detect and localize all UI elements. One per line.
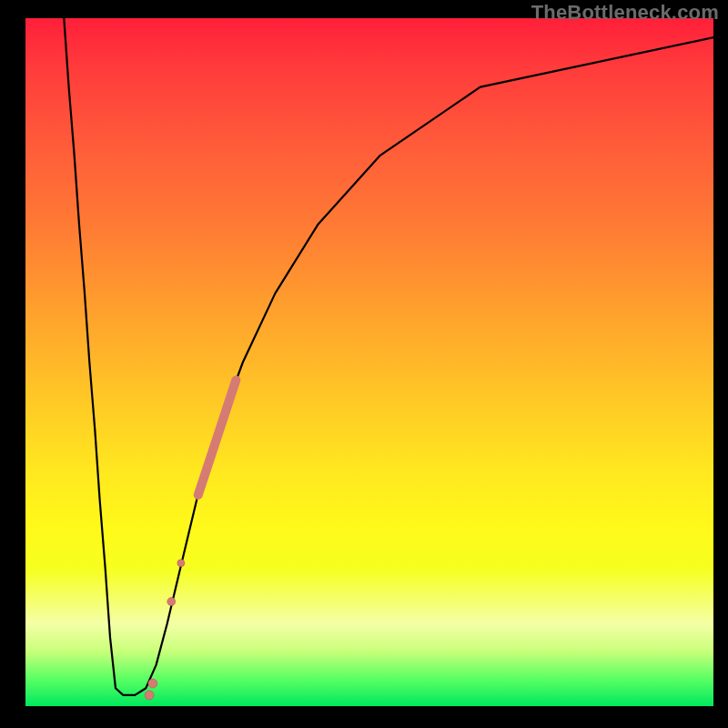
watermark-label: TheBottleneck.com [531,1,719,25]
bottleneck-curve [64,18,713,695]
svg-line-0 [198,380,237,495]
bead-markers [145,380,236,700]
chart-stage: TheBottleneck.com [0,0,728,728]
svg-point-2 [167,598,176,606]
plot-area [25,18,713,706]
svg-point-4 [145,691,154,700]
chart-overlay [25,18,713,706]
svg-point-1 [177,560,185,567]
svg-point-3 [148,679,157,688]
